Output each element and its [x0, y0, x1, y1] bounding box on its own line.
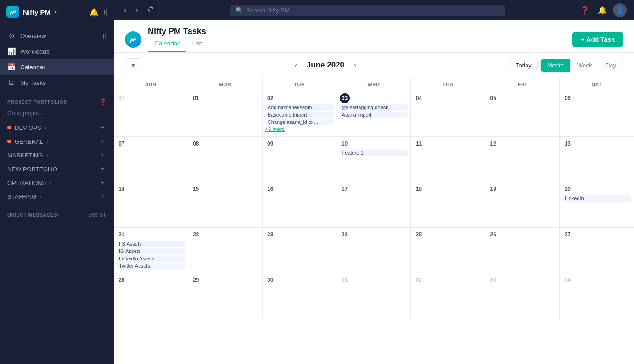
calendar-day-3-2[interactable]: 23 [263, 228, 337, 273]
calendar-day-1-4[interactable]: 11 [411, 137, 485, 182]
general-add-button[interactable]: + [98, 137, 107, 146]
calendar-day-2-3[interactable]: 17 [337, 182, 411, 227]
sidebar-item-marketing[interactable]: MARKETING › + [0, 148, 114, 162]
operations-add-button[interactable]: + [98, 179, 107, 187]
search-box[interactable]: 🔍 [230, 5, 505, 16]
user-avatar[interactable]: 👤 [613, 3, 627, 17]
project-list: DEV OPS › + GENERAL › + MARKETING › + NE… [0, 121, 114, 203]
notifications-button[interactable]: 🔔 [595, 3, 609, 17]
next-month-button[interactable]: › [351, 60, 359, 71]
calendar-day-4-5[interactable]: 03 [485, 273, 560, 319]
calendar-day-0-2[interactable]: 02Add mixpanel/segm...Basecamp ImportCha… [263, 91, 337, 136]
my-tasks-icon: ☑ [7, 78, 16, 87]
calendar-event-3-0-0[interactable]: FB Assets [117, 241, 185, 247]
calendar-event-0-3-1[interactable]: Asana import [340, 112, 408, 118]
calendar-day-4-3[interactable]: 01 [337, 273, 411, 319]
calendar-day-3-6[interactable]: 27 [560, 228, 634, 273]
sidebar-navigation: ⊙ Overview |⟨ 📊 Workloads 📅 Calendar ☑ M… [0, 24, 114, 94]
dev-ops-add-button[interactable]: + [98, 123, 107, 132]
day-number-4-5: 03 [488, 275, 498, 285]
calendar-day-2-4[interactable]: 18 [411, 182, 485, 227]
notification-bell-button[interactable]: 🔔 [90, 8, 99, 17]
calendar-day-1-0[interactable]: 07 [114, 137, 188, 182]
collapse-sidebar-button[interactable]: ⟨| [103, 8, 107, 16]
day-number-4-4: 02 [414, 275, 424, 285]
nav-back-button[interactable]: ‹ [121, 4, 129, 16]
staffing-label: STAFFING [7, 193, 36, 200]
calendar-day-2-6[interactable]: 20LinkedIn [560, 182, 634, 227]
calendar-day-0-0[interactable]: 31 [114, 91, 188, 136]
calendar-day-0-4[interactable]: 04 [411, 91, 485, 136]
calendar-day-2-5[interactable]: 19 [485, 182, 560, 227]
sidebar-logo[interactable]: Nifty PM ▾ [6, 6, 57, 18]
calendar-day-1-5[interactable]: 12 [485, 137, 560, 182]
project-search[interactable] [0, 107, 114, 121]
calendar-day-2-1[interactable]: 15 [188, 182, 263, 227]
tab-calendar[interactable]: Calendar [148, 37, 186, 52]
sidebar-item-workloads[interactable]: 📊 Workloads [0, 44, 114, 59]
calendar-day-4-4[interactable]: 02 [411, 273, 485, 319]
project-search-input[interactable] [7, 110, 107, 117]
calendar-event-1-3-0[interactable]: Feature 1 [340, 150, 408, 156]
calendar-event-0-3-0[interactable]: @usertagging doesn... [340, 104, 408, 111]
sidebar-item-general[interactable]: GENERAL › + [0, 134, 114, 148]
prev-month-button[interactable]: ‹ [292, 60, 300, 71]
calendar-day-3-1[interactable]: 22 [188, 228, 263, 273]
calendar-day-3-0[interactable]: 21FB AssetsIG AssetsLinkedIn AssetsTwitt… [114, 228, 188, 273]
calendar-day-4-6[interactable]: 04 [560, 273, 634, 319]
calendar-day-0-6[interactable]: 06 [560, 91, 634, 136]
calendar-event-3-0-1[interactable]: IG Assets [117, 248, 185, 254]
day-number-3-1: 22 [191, 230, 201, 240]
calendar-day-0-3[interactable]: 03@usertagging doesn...Asana import [337, 91, 411, 136]
see-all-link[interactable]: See all [88, 212, 105, 218]
month-view-button[interactable]: Month [541, 59, 571, 72]
sidebar-item-operations[interactable]: OPERATIONS › + [0, 176, 114, 190]
calendar-day-1-2[interactable]: 09 [263, 137, 337, 182]
calendar-day-1-3[interactable]: 10Feature 1 [337, 137, 411, 182]
filter-button[interactable]: ▼ [125, 58, 141, 72]
calendar-event-0-2-1[interactable]: Basecamp Import [265, 112, 334, 118]
calendar-event-0-2-0[interactable]: Add mixpanel/segm... [265, 104, 334, 111]
history-button[interactable]: ⏱ [145, 4, 157, 16]
sidebar-item-calendar[interactable]: 📅 Calendar [0, 59, 114, 75]
day-number-3-4: 25 [414, 230, 424, 240]
calendar-day-4-0[interactable]: 28 [114, 273, 188, 319]
direct-messages-section[interactable]: DIRECT MESSAGES › See all › [0, 209, 114, 221]
help-button[interactable]: ❓ [578, 3, 592, 17]
calendar-event-3-0-2[interactable]: LinkedIn Assets [117, 255, 185, 262]
week-view-button[interactable]: Week [571, 59, 599, 72]
calendar-day-1-6[interactable]: 13 [560, 137, 634, 182]
calendar-day-1-1[interactable]: 08 [188, 137, 263, 182]
day-header-fri: FRI [485, 78, 560, 91]
tab-list[interactable]: List [186, 37, 208, 52]
calendar-day-0-1[interactable]: 01 [188, 91, 263, 136]
new-portfolio-add-button[interactable]: + [98, 165, 107, 173]
calendar-day-4-2[interactable]: 30 [263, 273, 337, 319]
calendar-day-3-5[interactable]: 26 [485, 228, 560, 273]
calendar-event-0-2-2[interactable]: Change asana_id to ... [265, 119, 334, 125]
nav-forward-button[interactable]: › [133, 4, 140, 16]
calendar-day-0-5[interactable]: 05 [485, 91, 560, 136]
sidebar-item-dev-ops[interactable]: DEV OPS › + [0, 121, 114, 134]
calendar-event-2-6-0[interactable]: LinkedIn [562, 195, 631, 202]
marketing-add-button[interactable]: + [98, 151, 107, 159]
sidebar-item-new-portfolio[interactable]: NEW PORTFOLIO › + [0, 162, 114, 176]
sidebar-item-overview[interactable]: ⊙ Overview |⟨ [0, 28, 114, 44]
calendar-icon: 📅 [7, 63, 16, 71]
more-events-link-0-2[interactable]: +6 more [265, 126, 334, 132]
calendar-event-3-0-3[interactable]: Twitter Assets [117, 263, 185, 269]
sidebar-item-my-tasks[interactable]: ☑ My Tasks [0, 75, 114, 90]
calendar-day-2-2[interactable]: 16 [263, 182, 337, 227]
app-logo-icon [6, 6, 19, 18]
calendar-day-3-3[interactable]: 24 [337, 228, 411, 273]
sidebar-item-staffing[interactable]: STAFFING › + [0, 190, 114, 203]
add-task-button[interactable]: + Add Task [572, 32, 623, 47]
calendar-day-2-0[interactable]: 14 [114, 182, 188, 227]
calendar-day-3-4[interactable]: 25 [411, 228, 485, 273]
search-input[interactable] [247, 7, 500, 14]
calendar-day-4-1[interactable]: 29 [188, 273, 263, 319]
portfolios-help-icon[interactable]: ❓ [100, 99, 107, 105]
today-button[interactable]: Today [510, 59, 538, 72]
staffing-add-button[interactable]: + [98, 192, 107, 201]
day-view-button[interactable]: Day [599, 59, 623, 72]
